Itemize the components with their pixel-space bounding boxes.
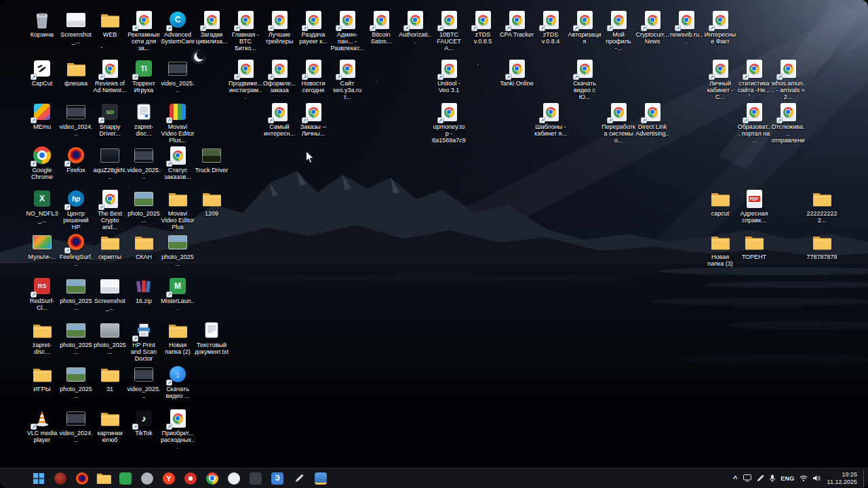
taskbar-app-firefox[interactable] xyxy=(73,470,91,487)
desktop-icon-folder[interactable]: 31 xyxy=(94,364,126,392)
desktop-icon-chrome[interactable]: ↗Reviews of Ad Networ... xyxy=(94,58,126,94)
desktop-icon-vlc[interactable]: ↗VLC media player xyxy=(26,408,58,443)
desktop-icon-folder[interactable]: СКАН xyxy=(127,232,160,260)
desktop-icon-xlsx[interactable]: XNO_NDFL3_... xyxy=(26,188,58,224)
taskbar-app-maroon[interactable] xyxy=(52,470,69,487)
taskbar-app-blue-folder[interactable] xyxy=(312,470,330,487)
desktop-icon-chrome[interactable]: ↗Bitcoin Satos... xyxy=(365,9,397,45)
desktop-icon-folder[interactable]: 2222222222... xyxy=(806,188,838,224)
taskbar-app-dark[interactable] xyxy=(247,470,264,487)
desktop-icon-asc[interactable]: C↗Advanced SystemCare xyxy=(161,9,194,45)
desktop-icon-folder[interactable]: Movavi Video Editor Plus xyxy=(161,188,194,230)
desktop-icon-folder[interactable]: capcut xyxy=(704,188,736,217)
desktop-icon-chrome[interactable]: ↗zTDS v.0.8.5 xyxy=(467,9,499,45)
desktop-icon-chrome[interactable]: ↗Образоват... портал на ... xyxy=(738,102,770,144)
desktop-icon-folder[interactable]: zapret-disc... xyxy=(26,320,58,355)
desktop-icon-photo-game[interactable]: Truck Driver xyxy=(195,145,228,174)
language-indicator[interactable]: ENG xyxy=(778,470,796,487)
desktop-icon-chrome[interactable]: ↗Лучшие трейлеры xyxy=(263,9,296,45)
taskbar-app-blue[interactable]: Э xyxy=(269,470,286,487)
desktop-icon-rs[interactable]: RS↗RedSurf-Cl... xyxy=(26,276,58,311)
desktop-icon-photo-light[interactable]: Screenshot_... xyxy=(60,9,92,45)
taskbar-app-green[interactable] xyxy=(117,470,134,487)
desktop-icon-tiktok[interactable]: ♪↗TikTok xyxy=(127,408,160,436)
tray-chevron-up-icon[interactable]: ^ xyxy=(730,470,741,487)
desktop-icon-download[interactable]: ↓↗Скачать видео ... xyxy=(161,364,194,399)
desktop-icon-folder[interactable]: 1209 xyxy=(195,188,228,217)
desktop-icon-chrome[interactable]: ↗Authorizati... xyxy=(399,9,431,45)
desktop-icon-folder[interactable]: 778787878 xyxy=(806,232,838,260)
desktop-icon-chrome[interactable]: ↗Загадки цивилиза... xyxy=(195,9,228,45)
desktop-icon-capcut[interactable]: ↗CapCut xyxy=(26,58,58,87)
desktop-icon-chrome[interactable]: ↗Статус заказов... xyxy=(161,145,194,180)
taskbar-app-grey[interactable] xyxy=(138,470,156,487)
desktop-icon-chrome[interactable]: ↗Заказы -- Личны... xyxy=(297,102,330,137)
desktop-icon-recycle-bin[interactable]: Корзина xyxy=(26,9,58,38)
desktop-surface[interactable]: КорзинаScreenshot_...WEB↗Рекламные сети … xyxy=(0,0,868,468)
taskbar-app-yandex[interactable]: Y xyxy=(160,470,178,487)
desktop-icon-winrar[interactable]: 16.zip xyxy=(127,276,160,304)
desktop-icon-folder[interactable]: картинки ютюб xyxy=(94,408,126,443)
desktop-icon-chrome[interactable]: ↗Оформле... заказа xyxy=(263,58,296,94)
desktop-icon-firefox[interactable]: ↗Firefox xyxy=(60,145,92,174)
desktop-icon-snappy[interactable]: SDI↗Snappy Driver... xyxy=(94,102,126,137)
desktop-icon-folder[interactable]: WEB xyxy=(94,9,126,38)
desktop-icon-chrome[interactable]: ↗Cryptocurr... News xyxy=(636,9,669,45)
desktop-icon-chrome[interactable]: ↗whos.amun... - arrivals » 2... xyxy=(772,58,804,100)
show-desktop-button[interactable] xyxy=(863,470,867,487)
desktop-icon-chrome[interactable]: ↗статистика сайта -Не... xyxy=(738,58,770,94)
desktop-icon-photo-light[interactable]: Screenshot_... xyxy=(94,276,126,311)
taskbar-app-file-explorer[interactable] xyxy=(95,470,113,487)
desktop-icon-chrome[interactable]: ↗CPA Tracker xyxy=(500,9,533,38)
desktop-icon-firefox[interactable]: ↗FeelingSurf... xyxy=(60,232,92,267)
taskbar-start-button[interactable] xyxy=(30,470,47,487)
desktop-icon-photo[interactable]: photo_2025... xyxy=(161,232,194,267)
desktop-icon-video[interactable]: video_2024... xyxy=(60,408,92,443)
desktop-icon-chrome[interactable]: ↗Авторизация xyxy=(568,9,601,45)
desktop-icon-chrome[interactable]: ↗Unitool - Veo 3.1 xyxy=(433,58,465,94)
desktop-icon-chrome[interactable]: ↗Раздача payeer к... xyxy=(297,9,330,45)
desktop-icon-chrome[interactable]: ↗Direct Link Advertising... xyxy=(636,102,669,144)
desktop-icon-chrome[interactable]: ↗Личный кабинет - С... xyxy=(704,58,736,100)
desktop-icon-pdf[interactable]: PDFАдресная справк... xyxy=(738,188,770,224)
desktop-icon-chrome[interactable]: ↗Сайт seo.y3a.ru т... xyxy=(331,58,363,100)
desktop-icon-chrome[interactable]: ↗Отслежива... отправлени... xyxy=(772,102,804,144)
desktop-icon-chrome[interactable]: ↗Шаблоны - кабинет я... xyxy=(534,102,567,137)
volume-icon[interactable] xyxy=(810,470,823,487)
desktop-icon-mister[interactable]: M↗MisterLaun... xyxy=(161,276,194,311)
desktop-icon-photo[interactable]: photo_2025... xyxy=(127,188,160,224)
desktop-icon-chrome[interactable]: ↗Самый интересн... xyxy=(263,102,296,137)
desktop-icon-chrome[interactable]: ↗Админ-пан... - Развлекат... xyxy=(331,9,363,52)
desktop-icon-photo[interactable]: photo_2025... xyxy=(60,320,92,355)
taskbar-app-light[interactable] xyxy=(225,470,243,487)
desktop-icon-chrome[interactable]: ↗Tanki Online xyxy=(500,58,533,87)
desktop-icon-folder[interactable]: Новая папка (3) xyxy=(704,232,736,267)
desktop-icon-folder[interactable]: ТОРЕНТ xyxy=(738,232,770,260)
desktop-icon-chrome[interactable]: ↗Скачать видео с Ю... xyxy=(568,58,601,100)
desktop-icon-ti[interactable]: TI↗Торрент Игруха xyxy=(127,58,160,94)
desktop-icon-chrome[interactable]: ↗Новости сегодня xyxy=(297,58,330,94)
desktop-icon-folder[interactable]: скрипты xyxy=(94,232,126,260)
desktop-icon-folder[interactable]: флешка xyxy=(60,58,92,87)
desktop-icon-document[interactable]: zapret-disc... xyxy=(127,102,160,137)
desktop-icon-video[interactable]: video_2025... xyxy=(127,364,160,399)
taskbar-clock[interactable]: 19:25 11.12.2025 xyxy=(823,471,861,485)
desktop-icon-chrome[interactable]: ↗upmoney.top - 8a1569a7c9 xyxy=(433,102,465,144)
desktop-icon-photo-colorful[interactable]: Мульти-... xyxy=(26,232,58,260)
desktop-icon-chrome-app[interactable]: ↗Google Chrome xyxy=(26,145,58,180)
desktop-icon-chrome[interactable]: ↗Мой профиль -... xyxy=(602,9,635,52)
desktop-icon-video[interactable]: video_2025... xyxy=(127,145,160,180)
desktop-icon-photo-grey[interactable]: photo_2025... xyxy=(94,320,126,355)
desktop-icon-movavi[interactable]: ↗Movavi Video Editor Plus... xyxy=(161,102,194,144)
desktop-icon-folder[interactable]: Новая папка (2) xyxy=(161,320,194,355)
desktop-icon-photo[interactable]: photo_2025... xyxy=(60,364,92,399)
desktop-icon-chrome[interactable]: ↗10BTC FAUCET A... xyxy=(433,9,465,52)
network-icon[interactable] xyxy=(797,470,810,487)
desktop-icon-chrome[interactable]: ↗Интересные Факт xyxy=(704,9,736,45)
mic-icon[interactable] xyxy=(767,470,778,487)
display-icon[interactable] xyxy=(741,470,753,487)
desktop-icon-chrome[interactable]: ↗Продвиже... инстаграм... xyxy=(229,58,262,100)
desktop-icon-chrome[interactable]: ↗Переработка системы о... xyxy=(602,102,635,144)
desktop-icon-photo[interactable]: photo_2025... xyxy=(60,276,92,311)
desktop-icon-video[interactable]: video_2024... xyxy=(60,102,92,137)
